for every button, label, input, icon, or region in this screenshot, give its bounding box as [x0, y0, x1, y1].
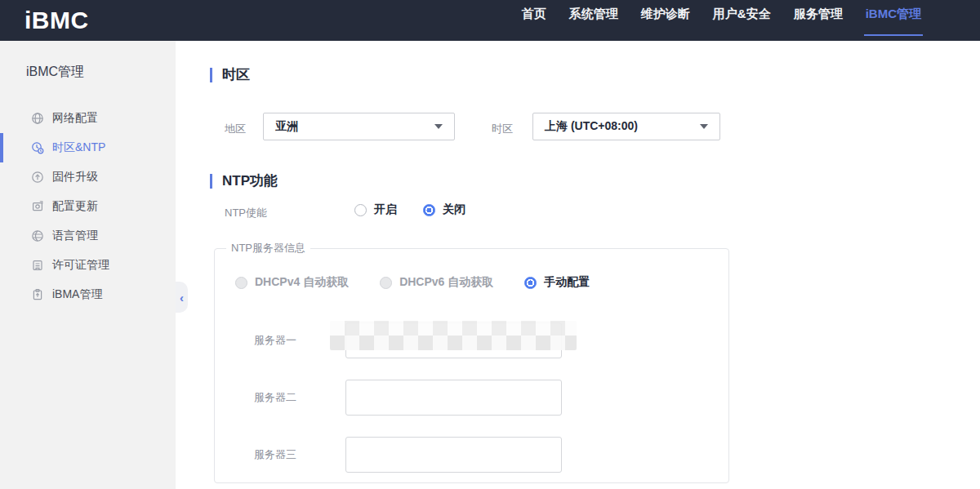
- config-update-icon: [31, 200, 44, 213]
- license-icon: [31, 259, 44, 272]
- radio-unselected-icon: [354, 204, 367, 216]
- ntp-enable-off-radio[interactable]: 关闭: [423, 202, 466, 217]
- server-two-label: 服务器二: [254, 390, 345, 405]
- dhcpv4-auto-radio: DHCPv4 自动获取: [235, 275, 349, 290]
- chevron-down-icon: [700, 124, 708, 129]
- sidebar: iBMC管理 网络配置 时区&NTP: [0, 41, 176, 489]
- top-nav: 首页 系统管理 维护诊断 用户&安全 服务管理 iBMC管理: [522, 0, 921, 41]
- sidebar-item-firmware-upgrade[interactable]: 固件升级: [0, 162, 176, 192]
- server-two-input[interactable]: [345, 380, 562, 416]
- server-three-row: 服务器三: [254, 437, 562, 473]
- sidebar-title: iBMC管理: [0, 41, 176, 81]
- nav-ibmc-management-label: iBMC管理: [866, 7, 921, 20]
- nav-user-security[interactable]: 用户&安全: [713, 0, 771, 41]
- timezone-select[interactable]: 上海 (UTC+08:00): [532, 113, 720, 140]
- firmware-upgrade-icon: [31, 171, 44, 184]
- radio-disabled-icon: [235, 277, 247, 289]
- sidebar-item-label: 配置更新: [52, 199, 98, 214]
- section-accent-bar: [210, 174, 212, 189]
- chevron-left-icon: ‹: [180, 291, 184, 305]
- ntp-enable-on-radio[interactable]: 开启: [354, 202, 397, 217]
- sidebar-menu: 网络配置 时区&NTP 固件升级: [0, 104, 176, 309]
- ntp-server-mode-radio-group: DHCPv4 自动获取 DHCPv6 自动获取 手动配置: [235, 275, 590, 290]
- manual-config-label: 手动配置: [544, 275, 590, 290]
- ntp-section-title: NTP功能: [222, 171, 278, 190]
- active-tab-underline: [864, 34, 923, 36]
- ntp-enable-on-label: 开启: [374, 202, 397, 217]
- sidebar-item-ibma-management[interactable]: iBMA管理: [0, 280, 176, 309]
- ibma-icon: [31, 288, 44, 301]
- nav-home[interactable]: 首页: [522, 0, 546, 41]
- timezone-select-value: 上海 (UTC+08:00): [545, 119, 700, 134]
- sidebar-item-label: 许可证管理: [52, 258, 109, 273]
- sidebar-item-label: iBMA管理: [52, 287, 102, 302]
- sidebar-item-label: 语言管理: [52, 229, 98, 243]
- sidebar-item-license-management[interactable]: 许可证管理: [0, 251, 176, 280]
- sidebar-item-label: 网络配置: [52, 111, 98, 126]
- language-icon: [31, 229, 44, 242]
- region-label: 地区: [225, 122, 246, 136]
- ntp-server-info-group: NTP服务器信息 DHCPv4 自动获取 DHCPv6 自动获取 手动配置 服务…: [214, 241, 729, 483]
- nav-service-management[interactable]: 服务管理: [794, 0, 843, 41]
- dhcpv6-auto-label: DHCPv6 自动获取: [399, 275, 493, 290]
- radio-selected-icon: [524, 277, 537, 289]
- timezone-ntp-icon: [31, 141, 44, 154]
- sidebar-collapse-button[interactable]: ‹: [176, 282, 188, 313]
- ibmc-app-window: iBMC 首页 系统管理 维护诊断 用户&安全 服务管理 iBMC管理 iBMC…: [0, 0, 980, 489]
- sidebar-item-config-update[interactable]: 配置更新: [0, 192, 176, 221]
- nav-maintenance-diagnostics[interactable]: 维护诊断: [641, 0, 690, 41]
- ntp-enable-radio-group: 开启 关闭: [354, 202, 466, 217]
- sidebar-item-network-config[interactable]: 网络配置: [0, 104, 176, 133]
- section-accent-bar: [210, 68, 212, 82]
- radio-disabled-icon: [380, 277, 392, 289]
- ntp-enable-label: NTP使能: [225, 206, 267, 220]
- server-two-row: 服务器二: [254, 380, 562, 416]
- region-select-value: 亚洲: [275, 119, 434, 134]
- nav-system-management[interactable]: 系统管理: [569, 0, 618, 41]
- ntp-server-info-legend: NTP服务器信息: [226, 241, 310, 256]
- active-item-indicator: [0, 133, 3, 162]
- ntp-section-header: NTP功能: [210, 171, 278, 190]
- sidebar-item-language-management[interactable]: 语言管理: [0, 221, 176, 251]
- redacted-server-address: [330, 321, 577, 350]
- timezone-section-title: 时区: [222, 65, 250, 84]
- sidebar-item-label: 固件升级: [52, 170, 98, 184]
- dhcpv4-auto-label: DHCPv4 自动获取: [255, 275, 349, 290]
- ibmc-logo: iBMC: [24, 0, 89, 41]
- region-select[interactable]: 亚洲: [263, 113, 455, 140]
- top-bar: iBMC 首页 系统管理 维护诊断 用户&安全 服务管理 iBMC管理: [0, 0, 980, 41]
- sidebar-item-label: 时区&NTP: [52, 140, 105, 155]
- timezone-label: 时区: [492, 122, 513, 136]
- chevron-down-icon: [434, 124, 443, 129]
- timezone-section-header: 时区: [210, 65, 250, 84]
- ntp-enable-off-label: 关闭: [443, 202, 466, 217]
- radio-selected-icon: [423, 204, 435, 216]
- network-icon: [31, 112, 44, 125]
- sidebar-item-timezone-ntp[interactable]: 时区&NTP: [0, 133, 176, 162]
- manual-config-radio[interactable]: 手动配置: [524, 275, 590, 290]
- dhcpv6-auto-radio: DHCPv6 自动获取: [380, 275, 493, 290]
- server-three-input[interactable]: [345, 437, 562, 473]
- nav-ibmc-management[interactable]: iBMC管理: [866, 0, 921, 41]
- server-three-label: 服务器三: [254, 447, 345, 462]
